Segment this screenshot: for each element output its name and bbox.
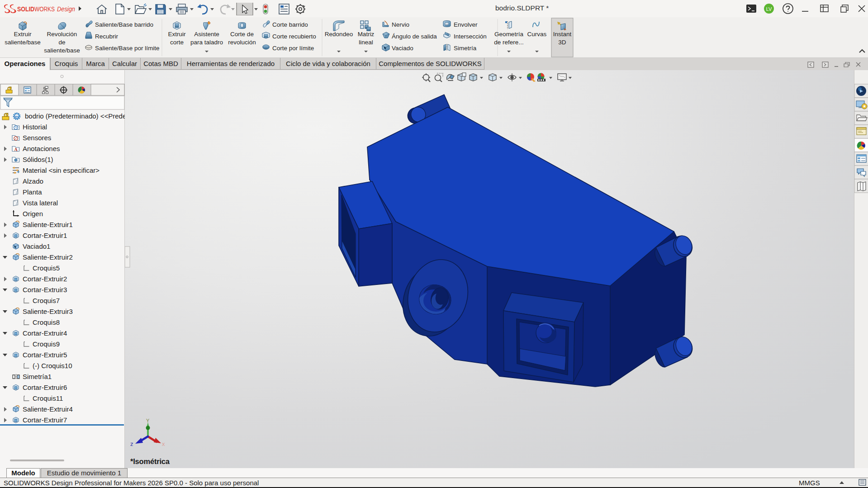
svg-text:WORKS: WORKS xyxy=(34,5,55,13)
svg-text:m: m xyxy=(15,114,19,119)
svg-text:SOLID: SOLID xyxy=(17,5,34,13)
svg-text:cd: cd xyxy=(446,23,448,26)
svg-text:z: z xyxy=(130,441,133,447)
svg-text:Y: Y xyxy=(146,418,150,423)
svg-text:*Isométrica: *Isométrica xyxy=(130,457,170,465)
svg-text:x: x xyxy=(162,441,165,447)
svg-text:LV: LV xyxy=(766,6,772,12)
svg-text:A: A xyxy=(14,147,18,152)
svg-text:Design: Design xyxy=(57,5,75,13)
